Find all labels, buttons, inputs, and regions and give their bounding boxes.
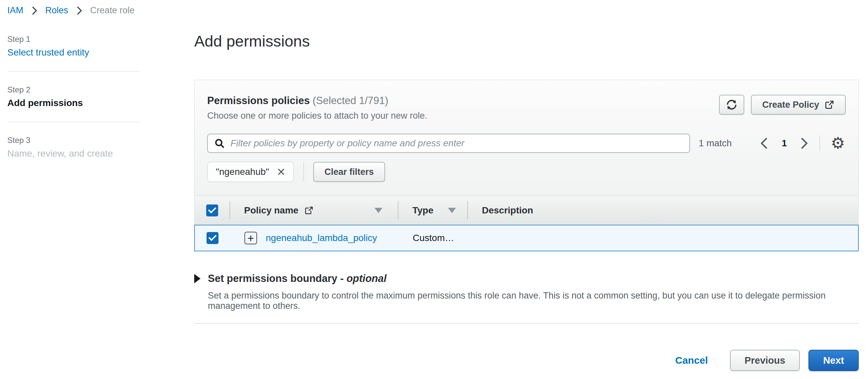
policy-name-link[interactable]: ngeneahub_lambda_policy (266, 233, 377, 243)
refresh-icon (726, 99, 738, 111)
policy-search-box (207, 134, 690, 153)
search-toolbar: 1 match 1 ⚙ (207, 134, 846, 153)
permissions-policies-panel: Permissions policies (Selected 1/791) Ch… (194, 80, 859, 251)
breadcrumb: IAM Roles Create role (7, 5, 135, 15)
column-header-type: Type (412, 205, 433, 216)
breadcrumb-iam[interactable]: IAM (7, 5, 23, 15)
remove-filter-icon[interactable]: × (277, 165, 285, 179)
filter-token: "ngeneahub" × (207, 162, 294, 182)
panel-title: Permissions policies (207, 95, 310, 106)
policy-name-filter-caret-icon[interactable] (374, 208, 382, 213)
section-divider (194, 323, 859, 324)
next-page-button[interactable] (800, 137, 809, 150)
boundary-title-optional: optional (346, 273, 387, 284)
step-number-label: Step 2 (7, 85, 141, 94)
step-current-add-permissions: Add permissions (7, 98, 141, 108)
panel-description: Choose one or more policies to attach to… (207, 111, 427, 121)
policy-description-value (468, 225, 858, 251)
breadcrumb-current-page: Create role (90, 5, 135, 15)
column-header-policy-name: Policy name (244, 205, 298, 216)
boundary-description: Set a permissions boundary to control th… (208, 290, 859, 311)
policy-table-row-selected[interactable]: + ngeneahub_lambda_policy Custom… (194, 225, 859, 251)
step-divider (7, 122, 141, 122)
boundary-title: Set permissions boundary - (208, 273, 346, 284)
step-number-label: Step 1 (7, 35, 141, 44)
chevron-right-icon (75, 6, 83, 15)
cancel-button[interactable]: Cancel (675, 355, 708, 366)
panel-header: Permissions policies (Selected 1/791) Ch… (194, 80, 858, 195)
expand-row-icon[interactable]: + (244, 232, 257, 244)
toolbar-divider (819, 136, 820, 151)
panel-title-block: Permissions policies (Selected 1/791) Ch… (207, 95, 427, 121)
wizard-step-1: Step 1 Select trusted entity (7, 35, 141, 58)
search-icon (214, 138, 225, 149)
wizard-step-3: Step 3 Name, review, and create (7, 136, 141, 159)
permissions-boundary-toggle[interactable]: Set permissions boundary - optional (194, 273, 859, 285)
step-upcoming-name-review-create: Name, review, and create (7, 148, 141, 159)
policies-table-header: Policy name Type Description (194, 195, 858, 225)
external-link-icon (304, 206, 314, 215)
settings-gear-icon[interactable]: ⚙ (831, 135, 845, 151)
current-page-number[interactable]: 1 (781, 138, 787, 149)
refresh-button[interactable] (719, 95, 744, 115)
policy-type-value: Custom… (413, 233, 454, 243)
filter-divider (303, 162, 304, 182)
next-button[interactable]: Next (808, 350, 859, 371)
policy-filter-input[interactable] (230, 138, 683, 149)
step-number-label: Step 3 (7, 136, 141, 145)
selected-count: (Selected 1/791) (313, 95, 388, 106)
type-filter-caret-icon[interactable] (448, 208, 456, 213)
step-divider (7, 71, 141, 72)
filter-token-label: "ngeneahub" (216, 166, 269, 177)
page-title: Add permissions (194, 32, 310, 50)
external-link-icon (825, 100, 834, 110)
row-checkbox[interactable] (207, 232, 218, 244)
match-count: 1 match (699, 138, 732, 149)
previous-page-button[interactable] (760, 137, 769, 150)
wizard-step-2: Step 2 Add permissions (7, 85, 141, 108)
create-policy-button[interactable]: Create Policy (751, 95, 846, 115)
create-policy-label: Create Policy (762, 100, 819, 110)
column-header-description: Description (482, 205, 533, 216)
previous-button[interactable]: Previous (730, 350, 800, 371)
permissions-boundary-section: Set permissions boundary - optional Set … (194, 273, 859, 324)
chevron-right-icon (31, 6, 38, 15)
breadcrumb-roles[interactable]: Roles (45, 5, 68, 15)
panel-actions: Create Policy (719, 95, 846, 115)
select-all-checkbox[interactable] (206, 204, 218, 216)
wizard-footer-actions: Cancel Previous Next (675, 350, 859, 371)
clear-filters-button[interactable]: Clear filters (313, 162, 385, 182)
pagination: 1 (760, 137, 809, 150)
triangle-right-icon (194, 274, 200, 283)
step-link-select-trusted-entity[interactable]: Select trusted entity (7, 47, 141, 58)
active-filters-row: "ngeneahub" × Clear filters (207, 162, 846, 182)
wizard-steps-nav: Step 1 Select trusted entity Step 2 Add … (7, 35, 141, 159)
